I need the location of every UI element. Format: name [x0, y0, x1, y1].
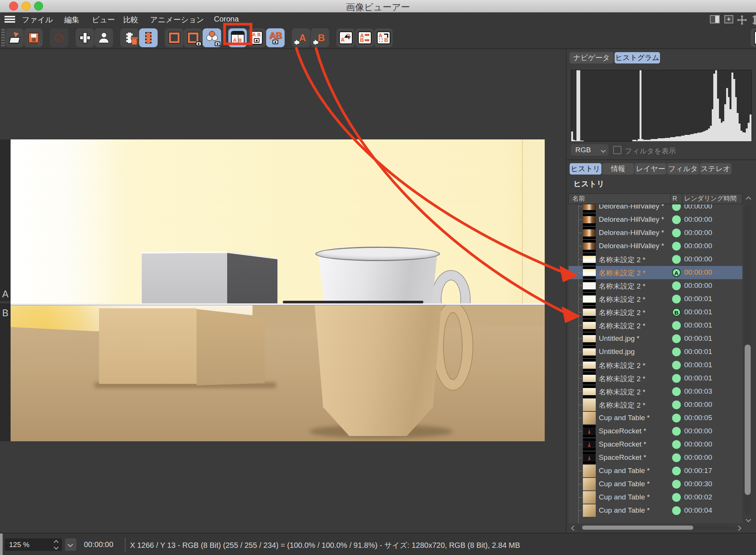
- channel-value: RGB: [575, 146, 591, 154]
- history-row[interactable]: Delorean-HillValley *00:00:00: [569, 213, 742, 226]
- ab-side-by-side-button[interactable]: AB: [228, 28, 247, 47]
- histogram-bar: [582, 141, 584, 141]
- history-row[interactable]: 名称未設定 2 *00:00:00: [569, 398, 742, 411]
- history-row[interactable]: SpaceRocket *00:00:00: [569, 425, 742, 438]
- set-as-b-button[interactable]: B: [311, 28, 329, 47]
- menu-view[interactable]: ビュー: [92, 15, 115, 25]
- history-item-name: Delorean-HillValley *: [599, 204, 664, 210]
- silhouette-view-button[interactable]: [94, 28, 113, 47]
- open-file-button[interactable]: [5, 28, 24, 47]
- menu-file[interactable]: ファイル: [22, 15, 53, 25]
- clipped-right-button[interactable]: AB: [751, 28, 756, 47]
- history-film-button[interactable]: [139, 28, 158, 47]
- history-item-name: 名称未設定 2 *: [599, 321, 646, 331]
- history-row[interactable]: SpaceRocket *00:00:00: [569, 451, 742, 464]
- history-row[interactable]: 名称未設定 2 *B00:00:01: [569, 306, 742, 319]
- history-row[interactable]: Delorean-HillValley *00:00:00: [569, 226, 742, 240]
- history-thumbnail: [583, 438, 596, 451]
- ab-compare-button[interactable]: AB: [266, 28, 285, 47]
- status-dot: [672, 387, 681, 396]
- history-row[interactable]: 名称未設定 2 *00:00:03: [569, 385, 742, 398]
- a-cup-handle: [432, 271, 470, 303]
- tab-navigator[interactable]: ナビゲータ: [570, 52, 613, 63]
- history-row[interactable]: 名称未設定 2 *00:00:00: [569, 279, 742, 292]
- zoom-input[interactable]: 125 %: [5, 538, 62, 551]
- history-thumbnail: [583, 319, 596, 332]
- corner-icon: AB: [376, 30, 391, 45]
- a-cube-front: [142, 253, 227, 303]
- zoom-dropdown[interactable]: [65, 538, 76, 551]
- history-item-name: 名称未設定 2 *: [599, 361, 646, 371]
- b-label: B: [0, 308, 11, 318]
- history-thumbnail: [583, 451, 596, 464]
- resize-view-icon[interactable]: [750, 15, 756, 25]
- scroll-up-icon[interactable]: [744, 194, 753, 203]
- history-thumbnail: [583, 425, 596, 438]
- history-row[interactable]: Cup and Table *00:00:04: [569, 504, 742, 517]
- history-row[interactable]: 名称未設定 2 *00:00:01: [569, 372, 742, 385]
- swap-icon: AB: [338, 30, 353, 45]
- history-row[interactable]: 名称未設定 2 *00:00:01: [569, 292, 742, 306]
- move-tool-button[interactable]: [76, 28, 94, 47]
- history-thumbnail: [583, 465, 596, 477]
- vertical-scroll-thumb[interactable]: [745, 345, 751, 495]
- render-time: 00:00:00: [684, 427, 712, 435]
- ram-player-button[interactable]: [50, 28, 68, 47]
- clear-history-button[interactable]: [120, 28, 139, 47]
- menu-animation[interactable]: アニメーション: [150, 15, 204, 25]
- zoom-stepper[interactable]: [54, 540, 59, 550]
- single-image-button[interactable]: [165, 28, 183, 47]
- history-row[interactable]: Cup and Table *00:00:30: [569, 478, 742, 491]
- menu-edit[interactable]: 編集: [64, 15, 79, 25]
- tab-histogram[interactable]: ヒストグラム: [615, 52, 660, 63]
- history-row[interactable]: Cup and Table *00:00:17: [569, 464, 742, 478]
- image-visibility-button[interactable]: [184, 28, 202, 47]
- status-time: 00:00:00: [84, 540, 113, 549]
- history-row[interactable]: Delorean-HillValley *00:00:00: [569, 204, 742, 213]
- swap-ab-button[interactable]: AB: [336, 28, 355, 47]
- history-row[interactable]: 名称未設定 2 *00:00:00: [569, 253, 742, 266]
- set-as-a-button[interactable]: A: [292, 28, 310, 47]
- render-time: 00:00:01: [684, 295, 712, 303]
- history-row[interactable]: Cup and Table *00:00:05: [569, 411, 742, 425]
- move-view-icon[interactable]: [737, 15, 747, 25]
- history-row[interactable]: Delorean-HillValley *00:00:00: [569, 240, 742, 253]
- history-row[interactable]: 名称未設定 2 *A00:00:00: [569, 266, 742, 279]
- tab-filter[interactable]: フィルタ: [667, 163, 699, 175]
- history-row[interactable]: 名称未設定 2 *00:00:01: [569, 319, 742, 332]
- history-row[interactable]: Untitled.jpg00:00:01: [569, 345, 742, 359]
- tab-history[interactable]: ヒストリ: [570, 163, 601, 175]
- horizontal-scroll-thumb[interactable]: [582, 526, 693, 530]
- save-file-button[interactable]: ?: [24, 28, 43, 47]
- tab-layers[interactable]: レイヤー: [635, 163, 666, 175]
- ab-exchange-button[interactable]: AB: [374, 28, 393, 47]
- show-filter-checkbox[interactable]: [613, 146, 621, 154]
- menu-compare[interactable]: 比較: [123, 15, 138, 25]
- tab-stereo[interactable]: ステレオ: [700, 163, 731, 175]
- add-view-icon[interactable]: +: [724, 15, 733, 23]
- history-row[interactable]: 名称未設定 2 *00:00:01: [569, 359, 742, 372]
- history-item-name: SpaceRocket *: [599, 440, 646, 448]
- scroll-left-icon[interactable]: [568, 523, 577, 532]
- channel-dropdown[interactable]: RGB: [571, 144, 609, 156]
- history-row[interactable]: Untitled.jpg *00:00:01: [569, 332, 742, 345]
- hamburger-icon[interactable]: [5, 16, 15, 23]
- chevron-down-icon: [68, 542, 73, 547]
- tab-info[interactable]: 情報: [602, 163, 634, 175]
- scroll-right-icon[interactable]: [735, 523, 744, 532]
- history-item-name: 名称未設定 2 *: [599, 255, 646, 265]
- channel-visibility-button[interactable]: [203, 28, 221, 47]
- ab-overlay-button[interactable]: AB: [247, 28, 266, 47]
- menu-corona[interactable]: Corona: [214, 15, 239, 23]
- history-item-name: Untitled.jpg *: [599, 334, 640, 343]
- rendered-image[interactable]: [11, 139, 545, 441]
- toolbar-grip[interactable]: [1, 28, 5, 47]
- history-row[interactable]: Cup and Table *00:00:02: [569, 491, 742, 504]
- scroll-down-icon[interactable]: [744, 516, 753, 525]
- image-a-region: [11, 139, 545, 303]
- ab-options-button[interactable]: AB: [355, 28, 374, 47]
- b-cube-side: [197, 309, 265, 385]
- split-view-icon[interactable]: [710, 15, 720, 23]
- history-row[interactable]: SpaceRocket *00:00:00: [569, 438, 742, 451]
- history-item-name: 名称未設定 2 *: [599, 268, 646, 278]
